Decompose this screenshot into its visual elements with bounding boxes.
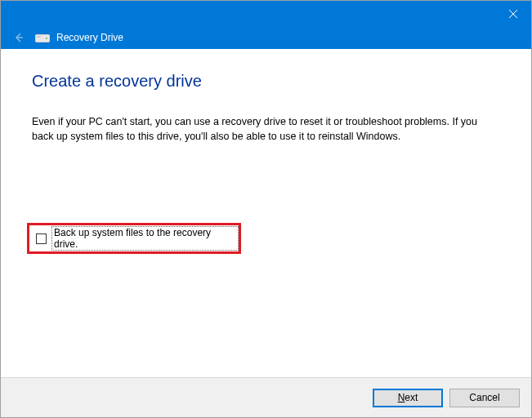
svg-rect-4 <box>37 36 41 38</box>
wizard-footer: Next Cancel <box>1 377 531 417</box>
wizard-window: Recovery Drive Create a recovery drive E… <box>0 0 532 418</box>
close-button[interactable] <box>494 1 531 26</box>
titlebar <box>1 1 531 26</box>
cancel-button[interactable]: Cancel <box>449 389 520 407</box>
header-bar: Recovery Drive <box>1 26 531 49</box>
page-description: Even if your PC can't start, you can use… <box>32 114 490 144</box>
next-button-label: Next <box>398 392 418 403</box>
back-arrow-icon <box>12 31 25 44</box>
close-icon <box>509 10 517 18</box>
content-area: Create a recovery drive Even if your PC … <box>1 49 531 377</box>
backup-checkbox-label[interactable]: Back up system files to the recovery dri… <box>51 226 239 251</box>
back-button <box>11 29 27 46</box>
next-button[interactable]: Next <box>373 389 443 407</box>
annotation-highlight: Back up system files to the recovery dri… <box>27 223 241 254</box>
backup-checkbox[interactable] <box>36 233 47 244</box>
cancel-button-label: Cancel <box>469 392 499 403</box>
svg-point-5 <box>46 38 47 39</box>
recovery-drive-icon <box>35 32 50 43</box>
app-title: Recovery Drive <box>56 32 123 43</box>
page-heading: Create a recovery drive <box>32 72 202 91</box>
